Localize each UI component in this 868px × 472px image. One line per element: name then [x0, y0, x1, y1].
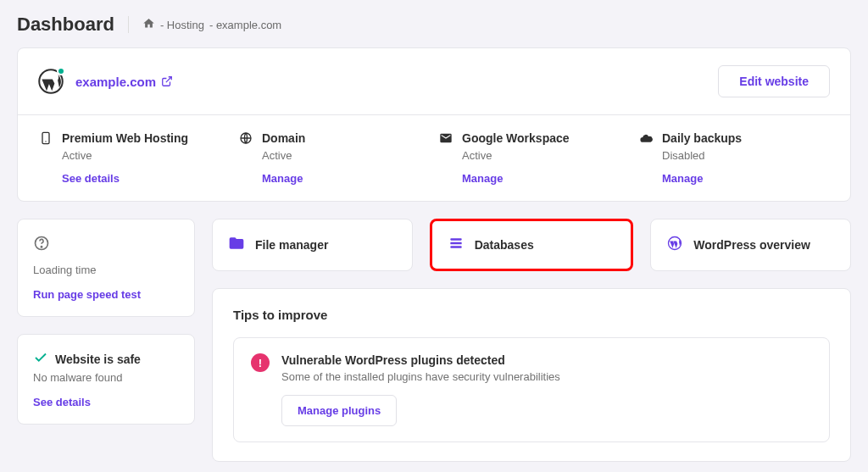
safety-sub: No malware found [33, 371, 179, 384]
alert-sub: Some of the installed plugins have secur… [281, 370, 560, 383]
domain-status: Active [262, 149, 430, 162]
breadcrumb-domain: - example.com [209, 19, 281, 31]
backups-status: Disabled [662, 149, 830, 162]
loading-time-widget: Loading time Run page speed test [17, 219, 195, 317]
tips-card: Tips to improve ! Vulnerable WordPress p… [212, 288, 851, 462]
backups-title: Daily backups [662, 131, 742, 145]
domain-link[interactable]: example.com [75, 75, 173, 89]
svg-rect-9 [450, 246, 461, 248]
databases-label: Databases [475, 238, 534, 252]
svg-rect-8 [450, 242, 461, 245]
vulnerability-alert: ! Vulnerable WordPress plugins detected … [233, 337, 830, 442]
svg-point-3 [45, 141, 46, 142]
breadcrumb-hosting[interactable]: - Hosting [160, 19, 204, 31]
workspace-title: Google Workspace [462, 131, 570, 145]
hosting-title: Premium Web Hosting [62, 131, 188, 145]
check-icon [33, 350, 48, 368]
loading-time-label: Loading time [33, 264, 179, 276]
status-dot-icon [57, 67, 65, 75]
hosting-status: Active [62, 149, 230, 162]
domain-title: Domain [262, 131, 305, 145]
safety-title: Website is safe [55, 353, 141, 366]
wordpress-overview-card[interactable]: WordPress overview [650, 219, 851, 271]
hosting-icon [38, 130, 53, 146]
breadcrumb: - Hosting - example.com [142, 17, 281, 32]
database-icon [448, 235, 465, 255]
alert-title: Vulnerable WordPress plugins detected [281, 353, 560, 367]
wordpress-overview-label: WordPress overview [693, 238, 810, 252]
manage-plugins-button[interactable]: Manage plugins [281, 395, 397, 426]
wordpress-logo-icon [38, 69, 64, 94]
folder-icon [228, 235, 245, 255]
backups-manage-link[interactable]: Manage [662, 172, 703, 185]
svg-point-6 [41, 247, 42, 247]
alert-icon: ! [251, 353, 270, 372]
page-title: Dashboard [17, 14, 114, 36]
edit-website-button[interactable]: Edit website [718, 65, 830, 97]
tips-title: Tips to improve [233, 308, 830, 322]
domain-manage-link[interactable]: Manage [262, 172, 303, 185]
safety-widget: Website is safe No malware found See det… [17, 334, 195, 425]
file-manager-card[interactable]: File manager [212, 219, 413, 271]
globe-icon [238, 130, 253, 146]
safety-see-details-link[interactable]: See details [33, 396, 179, 408]
workspace-manage-link[interactable]: Manage [462, 172, 503, 185]
external-link-icon [161, 75, 173, 87]
wordpress-icon [666, 235, 683, 255]
svg-rect-7 [450, 238, 461, 241]
databases-card[interactable]: Databases [430, 219, 634, 271]
hosting-see-details-link[interactable]: See details [62, 172, 120, 185]
overview-card: example.com Edit website Premium Web Hos… [17, 47, 851, 202]
svg-rect-2 [42, 132, 49, 143]
mail-icon [438, 130, 453, 146]
svg-line-1 [166, 77, 171, 82]
home-icon[interactable] [142, 17, 155, 32]
run-speed-test-link[interactable]: Run page speed test [33, 288, 179, 301]
help-icon [33, 235, 50, 255]
divider [128, 16, 129, 33]
cloud-icon [638, 130, 654, 146]
file-manager-label: File manager [255, 238, 328, 252]
workspace-status: Active [462, 149, 630, 162]
